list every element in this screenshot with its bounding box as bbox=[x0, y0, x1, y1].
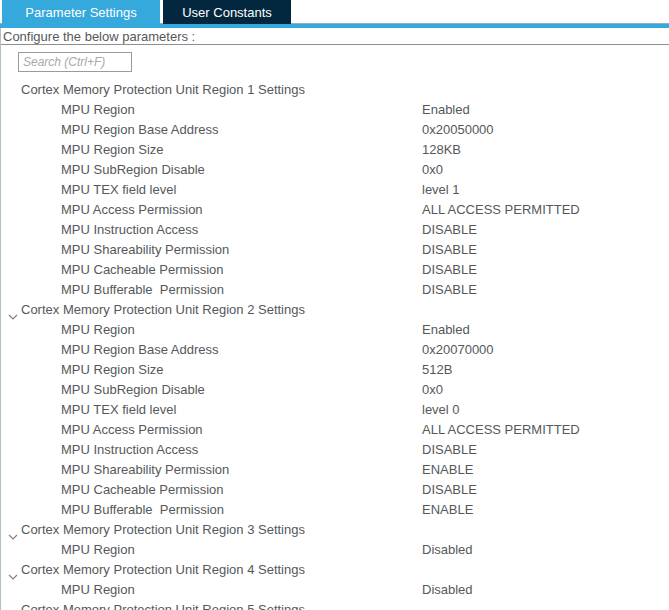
param-label: MPU SubRegion Disable bbox=[61, 160, 205, 180]
panel-body: Cortex Memory Protection Unit Region 1 S… bbox=[1, 45, 669, 610]
param-value[interactable]: 512B bbox=[422, 360, 452, 380]
param-value[interactable]: ALL ACCESS PERMITTED bbox=[422, 200, 580, 220]
param-row[interactable]: MPU Region Size512B bbox=[1, 360, 669, 380]
param-row[interactable]: MPU RegionEnabled bbox=[1, 100, 669, 120]
param-value[interactable]: level 1 bbox=[422, 180, 460, 200]
instruction-text: Configure the below parameters : bbox=[1, 28, 669, 45]
param-value[interactable]: 0x0 bbox=[422, 160, 443, 180]
param-label: MPU Region bbox=[61, 580, 135, 600]
param-label: MPU Shareability Permission bbox=[61, 240, 229, 260]
param-label: MPU Region Size bbox=[61, 360, 164, 380]
section-header[interactable]: Cortex Memory Protection Unit Region 3 S… bbox=[1, 520, 669, 540]
param-label: MPU Access Permission bbox=[61, 200, 203, 220]
param-row[interactable]: MPU Bufferable PermissionENABLE bbox=[1, 500, 669, 520]
param-label: MPU Instruction Access bbox=[61, 220, 198, 240]
param-row[interactable]: MPU Instruction AccessDISABLE bbox=[1, 440, 669, 460]
param-label: MPU TEX field level bbox=[61, 180, 176, 200]
param-value[interactable]: Disabled bbox=[422, 540, 473, 560]
param-label: MPU Region Size bbox=[61, 140, 164, 160]
param-row[interactable]: MPU RegionDisabled bbox=[1, 580, 669, 600]
parameter-tree: Cortex Memory Protection Unit Region 1 S… bbox=[1, 80, 669, 610]
param-value[interactable]: Enabled bbox=[422, 100, 470, 120]
param-row[interactable]: MPU Region Base Address0x20070000 bbox=[1, 340, 669, 360]
param-row[interactable]: MPU Shareability PermissionDISABLE bbox=[1, 240, 669, 260]
param-value[interactable]: level 0 bbox=[422, 400, 460, 420]
tab-user-constants[interactable]: User Constants bbox=[163, 0, 291, 24]
param-row[interactable]: MPU TEX field levellevel 0 bbox=[1, 400, 669, 420]
param-row[interactable]: MPU Instruction AccessDISABLE bbox=[1, 220, 669, 240]
param-value[interactable]: ALL ACCESS PERMITTED bbox=[422, 420, 580, 440]
section-header[interactable]: Cortex Memory Protection Unit Region 2 S… bbox=[1, 300, 669, 320]
section-title: Cortex Memory Protection Unit Region 1 S… bbox=[21, 80, 305, 100]
param-value[interactable]: Disabled bbox=[422, 580, 473, 600]
param-value[interactable]: 128KB bbox=[422, 140, 461, 160]
param-value[interactable]: DISABLE bbox=[422, 240, 477, 260]
param-value[interactable]: 0x20050000 bbox=[422, 120, 494, 140]
param-row[interactable]: MPU Cacheable PermissionDISABLE bbox=[1, 480, 669, 500]
param-row[interactable]: MPU Bufferable PermissionDISABLE bbox=[1, 280, 669, 300]
param-row[interactable]: MPU Access PermissionALL ACCESS PERMITTE… bbox=[1, 200, 669, 220]
param-value[interactable]: DISABLE bbox=[422, 480, 477, 500]
param-label: MPU Region bbox=[61, 540, 135, 560]
param-value[interactable]: 0x20070000 bbox=[422, 340, 494, 360]
section-title: Cortex Memory Protection Unit Region 3 S… bbox=[21, 520, 305, 540]
param-label: MPU Instruction Access bbox=[61, 440, 198, 460]
param-label: MPU Region Base Address bbox=[61, 120, 219, 140]
param-value[interactable]: DISABLE bbox=[422, 220, 477, 240]
param-row[interactable]: MPU Cacheable PermissionDISABLE bbox=[1, 260, 669, 280]
section-title: Cortex Memory Protection Unit Region 4 S… bbox=[21, 560, 305, 580]
tab-parameter-settings-label: Parameter Settings bbox=[25, 5, 136, 20]
section-title: Cortex Memory Protection Unit Region 5 S… bbox=[21, 600, 305, 610]
search-input[interactable] bbox=[18, 52, 132, 72]
tab-user-constants-label: User Constants bbox=[182, 5, 272, 20]
param-label: MPU Cacheable Permission bbox=[61, 480, 224, 500]
tab-bar: Parameter Settings User Constants bbox=[0, 0, 669, 24]
param-label: MPU SubRegion Disable bbox=[61, 380, 205, 400]
param-value[interactable]: DISABLE bbox=[422, 280, 477, 300]
section-header[interactable]: Cortex Memory Protection Unit Region 4 S… bbox=[1, 560, 669, 580]
chevron-down-icon[interactable] bbox=[8, 307, 18, 314]
param-label: MPU Access Permission bbox=[61, 420, 203, 440]
section-header[interactable]: Cortex Memory Protection Unit Region 1 S… bbox=[1, 80, 669, 100]
param-row[interactable]: MPU SubRegion Disable0x0 bbox=[1, 160, 669, 180]
param-row[interactable]: MPU TEX field levellevel 1 bbox=[1, 180, 669, 200]
param-value[interactable]: 0x0 bbox=[422, 380, 443, 400]
param-row[interactable]: MPU Shareability PermissionENABLE bbox=[1, 460, 669, 480]
param-value[interactable]: DISABLE bbox=[422, 260, 477, 280]
param-label: MPU Region Base Address bbox=[61, 340, 219, 360]
parameter-settings-panel: Configure the below parameters : Cortex … bbox=[0, 28, 669, 610]
param-value[interactable]: ENABLE bbox=[422, 460, 473, 480]
properties-panel: Parameter Settings User Constants Config… bbox=[0, 0, 669, 610]
param-row[interactable]: MPU Region Size128KB bbox=[1, 140, 669, 160]
param-row[interactable]: MPU RegionEnabled bbox=[1, 320, 669, 340]
section-title: Cortex Memory Protection Unit Region 2 S… bbox=[21, 300, 305, 320]
param-value[interactable]: Enabled bbox=[422, 320, 470, 340]
param-label: MPU Bufferable Permission bbox=[61, 280, 224, 300]
param-label: MPU TEX field level bbox=[61, 400, 176, 420]
param-row[interactable]: MPU Region Base Address0x20050000 bbox=[1, 120, 669, 140]
param-label: MPU Region bbox=[61, 320, 135, 340]
param-value[interactable]: ENABLE bbox=[422, 500, 473, 520]
param-row[interactable]: MPU Access PermissionALL ACCESS PERMITTE… bbox=[1, 420, 669, 440]
chevron-down-icon[interactable] bbox=[8, 527, 18, 534]
param-label: MPU Cacheable Permission bbox=[61, 260, 224, 280]
section-header[interactable]: Cortex Memory Protection Unit Region 5 S… bbox=[1, 600, 669, 610]
param-label: MPU Bufferable Permission bbox=[61, 500, 224, 520]
param-value[interactable]: DISABLE bbox=[422, 440, 477, 460]
param-row[interactable]: MPU SubRegion Disable0x0 bbox=[1, 380, 669, 400]
param-label: MPU Shareability Permission bbox=[61, 460, 229, 480]
param-row[interactable]: MPU RegionDisabled bbox=[1, 540, 669, 560]
tab-parameter-settings[interactable]: Parameter Settings bbox=[2, 0, 160, 24]
param-label: MPU Region bbox=[61, 100, 135, 120]
chevron-down-icon[interactable] bbox=[8, 567, 18, 574]
